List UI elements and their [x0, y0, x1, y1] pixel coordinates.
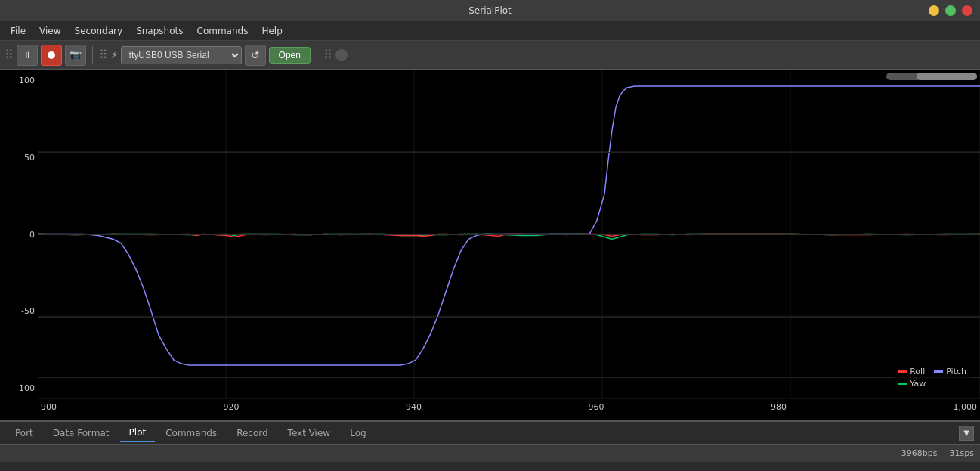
tab-commands[interactable]: Commands	[156, 425, 226, 442]
port-icon: ⚡	[110, 49, 117, 60]
snapshot-btn[interactable]: 📷	[65, 45, 86, 66]
x-label-960: 960	[589, 402, 604, 412]
divider-2	[317, 46, 317, 64]
window-controls	[929, 5, 972, 16]
legend-pitch-color	[934, 370, 943, 373]
close-btn[interactable]	[962, 5, 972, 16]
legend-yaw: Yaw	[898, 379, 966, 389]
y-label-neg50: -50	[3, 306, 35, 316]
legend-roll-color	[898, 370, 907, 373]
y-axis: 100 50 0 -50 -100	[0, 70, 38, 399]
legend-pitch-label: Pitch	[946, 367, 966, 376]
tab-data-format[interactable]: Data Format	[44, 425, 119, 442]
drag-handle-2: ⠿	[99, 48, 108, 62]
title-bar: SerialPlot	[0, 0, 980, 21]
camera-icon: 📷	[70, 49, 82, 60]
x-label-900: 900	[41, 402, 57, 412]
x-label-940: 940	[406, 402, 422, 412]
status-bar: 3968bps 31sps	[0, 444, 980, 462]
grid-line-25	[38, 152, 980, 153]
legend-roll-label: Roll	[910, 367, 925, 376]
window-title: SerialPlot	[468, 5, 512, 16]
drag-handle-1: ⠿	[5, 48, 14, 62]
pitch-line	[38, 86, 980, 365]
tab-text-view[interactable]: Text View	[279, 425, 340, 442]
menu-commands[interactable]: Commands	[191, 24, 255, 38]
chart-plot	[38, 70, 980, 399]
chart-container: 100 50 0 -50 -100	[0, 70, 980, 421]
port-select[interactable]: ttyUSB0 USB Serial	[121, 46, 242, 64]
tab-plot[interactable]: Plot	[120, 424, 156, 442]
menu-snapshots[interactable]: Snapshots	[130, 24, 189, 38]
tab-log[interactable]: Log	[341, 425, 375, 442]
minimize-btn[interactable]	[929, 5, 939, 16]
menu-bar: File View Secondary Snapshots Commands H…	[0, 21, 980, 41]
tab-record[interactable]: Record	[227, 425, 277, 442]
drag-handle-3: ⠿	[323, 48, 332, 62]
sps-status: 31sps	[950, 448, 974, 458]
tab-bar: Port Data Format Plot Commands Record Te…	[0, 421, 980, 444]
tab-port[interactable]: Port	[6, 425, 42, 442]
menu-file[interactable]: File	[5, 24, 32, 38]
legend-yaw-label: Yaw	[910, 379, 926, 389]
grid-line-bottom	[38, 377, 980, 378]
bps-status: 3968bps	[901, 448, 938, 458]
open-btn[interactable]: Open	[269, 47, 311, 64]
legend-roll: Roll	[898, 367, 925, 376]
menu-view[interactable]: View	[33, 24, 66, 38]
grid-line-zero	[38, 234, 980, 235]
record-btn[interactable]	[41, 45, 62, 66]
y-label-100: 100	[3, 76, 35, 85]
record-icon	[48, 51, 55, 59]
grid-line-top	[38, 76, 980, 76]
y-label-50: 50	[3, 153, 35, 163]
legend: Roll Pitch Yaw	[893, 364, 971, 392]
y-label-neg100: -100	[3, 383, 35, 393]
menu-help[interactable]: Help	[255, 24, 288, 38]
toolbar: ⠿ ⏸ 📷 ⠿ ⚡ ttyUSB0 USB Serial ↺ Open ⠿	[0, 41, 980, 70]
legend-row: Roll Pitch	[898, 367, 966, 376]
divider-1	[92, 46, 93, 64]
x-label-980: 980	[771, 402, 787, 412]
x-label-920: 920	[224, 402, 240, 412]
x-label-1000: 1,000	[954, 402, 978, 412]
grid-line-75	[38, 317, 980, 318]
x-axis-labels: 900 920 940 960 980 1,000	[38, 402, 980, 412]
legend-pitch: Pitch	[934, 367, 966, 376]
tab-overflow-btn[interactable]: ▼	[959, 426, 974, 441]
refresh-btn[interactable]: ↺	[245, 45, 266, 66]
port-select-group: ⚡ ttyUSB0 USB Serial ↺ Open	[110, 45, 311, 66]
y-label-0: 0	[3, 230, 35, 240]
maximize-btn[interactable]	[945, 5, 956, 16]
x-axis: 900 920 940 960 980 1,000	[38, 399, 980, 420]
pause-btn[interactable]: ⏸	[17, 45, 38, 66]
legend-yaw-color	[898, 383, 907, 385]
connection-indicator	[335, 49, 348, 61]
menu-secondary[interactable]: Secondary	[69, 24, 129, 38]
